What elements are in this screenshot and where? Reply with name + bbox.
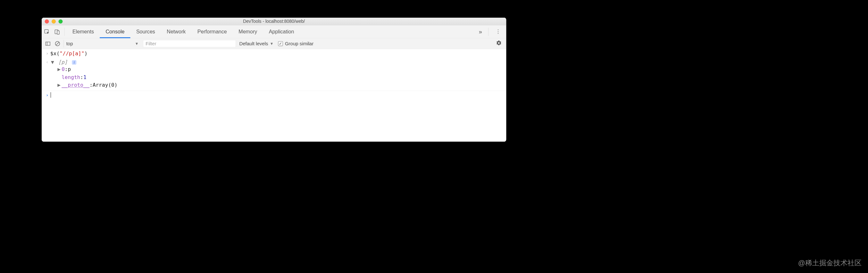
tab-sources[interactable]: Sources bbox=[130, 25, 161, 38]
device-toolbar-icon[interactable] bbox=[52, 25, 62, 38]
divider bbox=[64, 28, 65, 36]
checkbox-icon[interactable]: ✓ bbox=[278, 41, 283, 46]
tab-memory[interactable]: Memory bbox=[233, 25, 263, 38]
menu-kebab-icon[interactable]: ⋮ bbox=[490, 29, 506, 35]
svg-rect-3 bbox=[45, 42, 50, 45]
devtools-window: DevTools - localhost:8080/web/ Elements … bbox=[42, 18, 506, 142]
tab-elements[interactable]: Elements bbox=[67, 25, 100, 38]
console-result: ‹ ▼ [p] i ▶ 0: p length: 1 bbox=[42, 58, 506, 91]
info-badge-icon[interactable]: i bbox=[72, 60, 76, 64]
prompt-history-icon: › bbox=[44, 50, 50, 56]
group-similar-toggle[interactable]: ✓ Group similar bbox=[278, 41, 313, 46]
tab-application[interactable]: Application bbox=[263, 25, 300, 38]
group-similar-label: Group similar bbox=[285, 41, 313, 46]
tab-console[interactable]: Console bbox=[100, 25, 130, 38]
svg-rect-2 bbox=[57, 31, 59, 34]
settings-gear-icon[interactable] bbox=[496, 40, 502, 47]
result-tree: ▶ 0: p length: 1 ▶ __proto__: Array(0) bbox=[57, 65, 504, 89]
watermark: @稀土掘金技术社区 bbox=[798, 258, 862, 268]
filter-placeholder: Filter bbox=[146, 41, 156, 46]
disclosure-open-icon[interactable]: ▼ bbox=[51, 59, 55, 65]
tree-row[interactable]: ▶ 0: p bbox=[57, 65, 504, 73]
tree-row: length: 1 bbox=[57, 73, 504, 81]
log-levels-selector[interactable]: Default levels ▼ bbox=[239, 41, 273, 46]
divider bbox=[488, 28, 489, 36]
result-summary[interactable]: ▼ [p] i bbox=[51, 59, 504, 65]
tab-network[interactable]: Network bbox=[161, 25, 191, 38]
tree-row[interactable]: ▶ __proto__: Array(0) bbox=[57, 81, 504, 89]
sidebar-toggle-icon[interactable] bbox=[43, 38, 53, 49]
inspect-element-icon[interactable] bbox=[42, 25, 52, 38]
levels-label: Default levels bbox=[239, 41, 268, 46]
tab-performance[interactable]: Performance bbox=[192, 25, 233, 38]
disclosure-closed-icon[interactable]: ▶ bbox=[57, 65, 62, 73]
chevron-down-icon: ▼ bbox=[135, 42, 139, 46]
panel-tabs: Elements Console Sources Network Perform… bbox=[42, 25, 506, 38]
text-cursor bbox=[51, 92, 51, 98]
result-arrow-icon: ‹ bbox=[44, 59, 50, 64]
context-value: top bbox=[66, 41, 73, 46]
console-prompt[interactable]: › bbox=[42, 91, 506, 100]
console-input-history: › $x("//p[a]") bbox=[42, 49, 506, 58]
titlebar: DevTools - localhost:8080/web/ bbox=[42, 18, 506, 25]
clear-console-icon[interactable] bbox=[53, 38, 62, 49]
window-title: DevTools - localhost:8080/web/ bbox=[42, 19, 506, 24]
chevron-down-icon: ▼ bbox=[270, 42, 274, 46]
console-input[interactable] bbox=[50, 92, 504, 98]
console-body: › $x("//p[a]") ‹ ▼ [p] i ▶ 0: p bbox=[42, 49, 506, 142]
more-tabs-icon[interactable]: » bbox=[475, 28, 486, 35]
context-selector[interactable]: top ▼ bbox=[64, 40, 141, 48]
prompt-icon: › bbox=[44, 92, 50, 98]
input-expression: $x("//p[a]") bbox=[50, 50, 504, 57]
disclosure-closed-icon[interactable]: ▶ bbox=[57, 81, 62, 89]
console-toolbar: top ▼ Filter Default levels ▼ ✓ Group si… bbox=[42, 38, 506, 49]
svg-line-6 bbox=[56, 42, 59, 45]
filter-input[interactable]: Filter bbox=[143, 40, 236, 47]
